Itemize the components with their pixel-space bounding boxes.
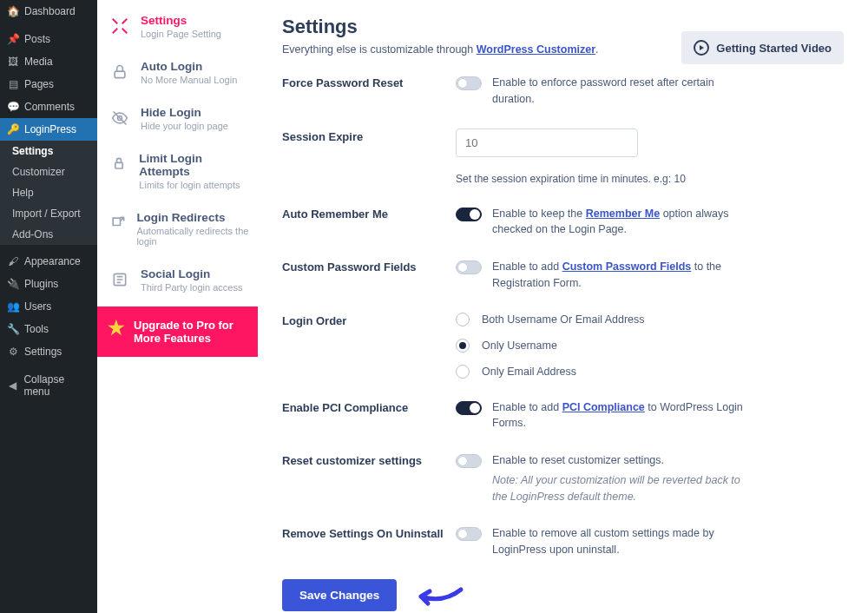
getting-started-video-button[interactable]: Getting Started Video	[681, 31, 844, 64]
sidebar-label: Collapse menu	[23, 373, 90, 398]
sub-customizer[interactable]: Customizer	[0, 161, 97, 182]
label-custom-pw: Custom Password Fields	[282, 259, 456, 274]
sidebar-label: Users	[24, 300, 51, 313]
sidebar-label: Plugins	[24, 278, 58, 290]
sidebar-label: Settings	[24, 346, 62, 358]
media-icon: 🖼	[7, 56, 19, 68]
desc-auto-remember: Enable to keep the Remember Me option al…	[492, 206, 753, 239]
toggle-force-reset[interactable]	[456, 76, 482, 90]
sub-import-export[interactable]: Import / Export	[0, 203, 97, 224]
sidebar-media[interactable]: 🖼Media	[0, 50, 97, 73]
label-force-reset: Force Password Reset	[282, 75, 456, 89]
radio-only-username[interactable]	[456, 339, 470, 353]
toggle-auto-remember[interactable]	[456, 208, 482, 221]
label-remove-uninstall: Remove Settings On Uninstall	[282, 525, 456, 540]
wp-admin-sidebar: 🏠Dashboard 📌Posts 🖼Media ▤Pages 💬Comment…	[0, 0, 97, 613]
sub-settings[interactable]: Settings	[0, 141, 97, 161]
lock-icon	[108, 60, 132, 84]
sidebar-tools[interactable]: 🔧Tools	[0, 318, 97, 340]
sidebar-posts[interactable]: 📌Posts	[0, 28, 97, 50]
radio-label: Only Email Address	[482, 366, 576, 378]
nav-title: Auto Login	[141, 60, 237, 73]
dashboard-icon: 🏠	[7, 5, 19, 17]
sidebar-label: Pages	[24, 78, 54, 90]
toggle-reset-customizer[interactable]	[456, 454, 482, 468]
sidebar-label: LoginPress	[24, 123, 76, 135]
sidebar-plugins[interactable]: 🔌Plugins	[0, 273, 97, 295]
sidebar-dashboard[interactable]: 🏠Dashboard	[0, 0, 97, 23]
collapse-icon: ◀	[7, 379, 18, 392]
sidebar-settings[interactable]: ⚙Settings	[0, 340, 97, 363]
hint-session-expire: Set the session expiration time in minut…	[456, 173, 686, 185]
sidebar-label: Appearance	[24, 255, 81, 267]
session-expire-input[interactable]	[456, 129, 638, 157]
upgrade-label: Upgrade to Pro for More Features	[134, 319, 247, 345]
pin-icon: 📌	[7, 33, 19, 45]
save-changes-button[interactable]: Save Changes	[282, 579, 397, 611]
desc-force-reset: Enable to enforce password reset after c…	[492, 75, 753, 108]
sidebar-collapse[interactable]: ◀Collapse menu	[0, 368, 97, 403]
nav-sub: Automatically redirects the login	[136, 226, 249, 247]
settings-content: Getting Started Video Settings Everythin…	[258, 0, 868, 613]
nav-title: Limit Login Attempts	[139, 152, 249, 178]
brush-icon: 🖌	[7, 255, 19, 267]
nav-sub: Limits for login attempts	[139, 180, 249, 190]
toggle-remove-uninstall[interactable]	[456, 527, 482, 541]
custom-pw-link[interactable]: Custom Password Fields	[562, 260, 692, 273]
label-auto-remember: Auto Remember Me	[282, 206, 456, 221]
eye-off-icon	[108, 106, 132, 130]
sidebar-loginpress[interactable]: 🔑LoginPress	[0, 118, 97, 141]
radio-only-email[interactable]	[456, 365, 470, 379]
wp-customizer-link[interactable]: WordPress Customizer	[477, 43, 595, 56]
nav-title: Login Redirects	[136, 211, 249, 224]
pci-link[interactable]: PCI Compliance	[562, 401, 645, 413]
sidebar-users[interactable]: 👥Users	[0, 295, 97, 318]
nav-login-redirects[interactable]: Login RedirectsAutomatically redirects t…	[97, 201, 258, 257]
nav-settings[interactable]: SettingsLogin Page Setting	[97, 3, 258, 49]
toggle-pci[interactable]	[456, 401, 482, 415]
play-icon	[694, 40, 709, 56]
arrow-icon	[412, 584, 464, 607]
radio-both[interactable]	[456, 313, 470, 326]
comments-icon: 💬	[7, 101, 19, 113]
svg-rect-2	[115, 162, 122, 168]
gear-icon: ⚙	[7, 346, 19, 358]
toggle-custom-pw[interactable]	[456, 260, 482, 274]
svg-rect-0	[115, 71, 125, 78]
plugin-icon: 🔌	[7, 278, 19, 290]
redirect-icon	[108, 211, 128, 235]
nav-title: Settings	[141, 14, 221, 27]
nav-hide-login[interactable]: Hide LoginHide your login page	[97, 96, 258, 142]
nav-social-login[interactable]: Social LoginThird Party login access	[97, 257, 258, 303]
video-btn-label: Getting Started Video	[716, 42, 832, 55]
plugin-nav: SettingsLogin Page Setting Auto LoginNo …	[97, 0, 258, 613]
remember-me-link[interactable]: Remember Me	[586, 208, 660, 220]
label-reset-customizer: Reset customizer settings	[282, 452, 456, 467]
sub-help[interactable]: Help	[0, 182, 97, 203]
sidebar-label: Posts	[24, 33, 50, 45]
nav-title: Social Login	[141, 267, 242, 280]
label-login-order: Login Order	[282, 313, 456, 327]
sidebar-label: Comments	[24, 101, 75, 113]
sidebar-label: Dashboard	[24, 5, 76, 17]
users-icon: 👥	[7, 300, 19, 313]
sidebar-comments[interactable]: 💬Comments	[0, 96, 97, 118]
nav-title: Hide Login	[141, 106, 228, 119]
nav-sub: No More Manual Login	[141, 75, 237, 85]
nav-limit-login[interactable]: Limit Login AttemptsLimits for login att…	[97, 142, 258, 201]
desc-custom-pw: Enable to add Custom Password Fields to …	[492, 259, 753, 292]
label-pci: Enable PCI Compliance	[282, 399, 456, 414]
radio-label: Only Username	[482, 339, 557, 352]
sidebar-appearance[interactable]: 🖌Appearance	[0, 250, 97, 273]
sidebar-pages[interactable]: ▤Pages	[0, 73, 97, 96]
sub-addons[interactable]: Add-Ons	[0, 224, 97, 245]
pages-icon: ▤	[7, 78, 19, 90]
nav-auto-login[interactable]: Auto LoginNo More Manual Login	[97, 49, 258, 96]
shield-lock-icon	[108, 152, 130, 176]
sidebar-label: Media	[24, 56, 53, 68]
nav-sub: Login Page Setting	[141, 29, 221, 39]
upgrade-to-pro[interactable]: ★ Upgrade to Pro for More Features	[97, 306, 258, 357]
nav-sub: Hide your login page	[141, 121, 228, 131]
key-icon: 🔑	[7, 123, 19, 135]
star-icon: ★	[108, 319, 125, 338]
